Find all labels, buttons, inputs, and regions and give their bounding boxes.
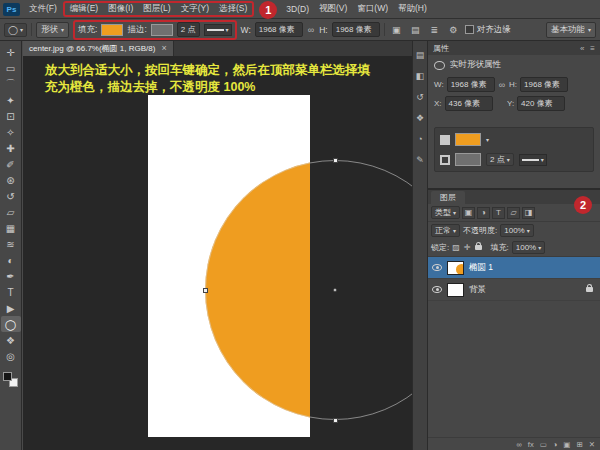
adjustments-panel-icon[interactable]: ◧	[416, 71, 425, 81]
layer-filter-dropdown[interactable]: 类型 ▾	[431, 206, 460, 219]
filter-shape-layers-icon[interactable]: ▱	[507, 207, 520, 219]
swatches-panel-icon[interactable]: ▤	[416, 50, 425, 60]
shape-width-input[interactable]: 1968 像素	[447, 77, 495, 92]
shape-mode-dropdown[interactable]: 形状 ▾	[36, 22, 69, 38]
stroke-width-dropdown[interactable]: 2 点 ▾	[486, 153, 514, 166]
clone-stamp-tool[interactable]: ⊛	[1, 172, 21, 188]
layer-thumbnail[interactable]	[447, 283, 464, 297]
shape-settings-icon[interactable]: ⚙	[446, 22, 461, 37]
path-operations-icon[interactable]: ▣	[389, 22, 404, 37]
path-anchor-top[interactable]	[333, 158, 338, 163]
info-panel-icon[interactable]: ◔	[417, 134, 422, 144]
ellipse-shape-tool[interactable]: ◯	[1, 316, 21, 332]
history-panel-icon[interactable]: ↺	[416, 92, 424, 102]
close-icon[interactable]: ×	[161, 44, 166, 53]
menu-window[interactable]: 窗口(W)	[352, 1, 393, 17]
tab-layers[interactable]: 图层	[431, 191, 465, 204]
link-dimensions-icon[interactable]: ∞	[307, 25, 315, 35]
tab-properties[interactable]: 属性	[433, 43, 449, 54]
collapse-panels-icon[interactable]: «	[580, 44, 584, 53]
link-dimensions-icon[interactable]: ∞	[498, 80, 506, 90]
eye-icon[interactable]	[432, 286, 442, 293]
ellipse-thumbnail-shape	[456, 264, 464, 275]
filter-adjustment-layers-icon[interactable]: ◑	[477, 207, 490, 219]
path-anchor-bottom[interactable]	[333, 418, 338, 423]
move-tool[interactable]: ✛	[1, 44, 21, 60]
delete-layer-icon[interactable]: ✕	[589, 440, 595, 449]
adjustment-layer-icon[interactable]: ◑	[553, 440, 558, 449]
crop-tool[interactable]: ⊡	[1, 108, 21, 124]
brush-tool[interactable]: ✐	[1, 156, 21, 172]
pen-tool[interactable]: ✒	[1, 268, 21, 284]
opacity-dropdown[interactable]: 100% ▾	[500, 224, 533, 237]
shape-height-input[interactable]: 1968 像素	[520, 77, 568, 92]
menu-help[interactable]: 帮助(H)	[393, 1, 432, 17]
marquee-tool[interactable]: ▭	[1, 60, 21, 76]
path-center-point[interactable]	[333, 288, 337, 292]
menu-file[interactable]: 文件(F)	[24, 1, 62, 17]
tool-preset-picker[interactable]: ◯ ▾	[4, 23, 27, 37]
stroke-width-field[interactable]: 2 点	[177, 22, 200, 37]
layer-row-background[interactable]: 背景	[428, 279, 600, 301]
path-arrange-icon[interactable]: ≣	[427, 22, 442, 37]
eye-icon[interactable]	[432, 264, 442, 271]
shape-height-field[interactable]: 1968 像素	[332, 22, 380, 37]
lock-transparency-icon[interactable]: ▨	[452, 243, 460, 252]
menu-edit[interactable]: 编辑(E)	[65, 1, 103, 17]
document-tab[interactable]: center.jpg @ 66.7%(椭圆 1, RGB/8) ×	[23, 41, 174, 56]
path-anchor-left[interactable]	[203, 288, 208, 293]
brush-settings-panel-icon[interactable]: ✎	[416, 155, 424, 165]
dodge-tool[interactable]: ◐	[1, 252, 21, 268]
foreground-color-swatch[interactable]	[3, 372, 12, 381]
blur-tool[interactable]: ≋	[1, 236, 21, 252]
hand-tool[interactable]: ❖	[1, 332, 21, 348]
quick-selection-tool[interactable]: ✦	[1, 92, 21, 108]
link-layers-icon[interactable]: ∞	[516, 440, 521, 449]
eyedropper-tool[interactable]: ✧	[1, 124, 21, 140]
fill-color-swatch[interactable]	[101, 24, 123, 36]
workspace-switcher-button[interactable]: 基本功能 ▾	[546, 22, 596, 38]
live-shape-section: 实时形状属性	[428, 55, 600, 75]
type-tool[interactable]: T	[1, 284, 21, 300]
filter-type-layers-icon[interactable]: T	[492, 207, 505, 219]
stroke-color-swatch[interactable]	[151, 24, 173, 36]
menu-select[interactable]: 选择(S)	[214, 1, 252, 17]
shape-width-field[interactable]: 1968 像素	[255, 22, 303, 37]
menu-3d[interactable]: 3D(D)	[281, 2, 314, 16]
filter-pixel-layers-icon[interactable]: ▣	[462, 207, 475, 219]
new-layer-icon[interactable]: ⊞	[576, 440, 582, 449]
lock-position-icon[interactable]: ✛	[464, 243, 471, 252]
layer-thumbnail[interactable]	[447, 261, 464, 275]
stroke-label: 描边:	[127, 24, 146, 36]
zoom-tool[interactable]: ◎	[1, 348, 21, 364]
lasso-tool[interactable]: ⌒	[1, 76, 21, 92]
shape-stroke-swatch[interactable]	[455, 153, 481, 166]
layer-effects-icon[interactable]: fx	[528, 440, 534, 449]
menu-image[interactable]: 图像(I)	[103, 1, 138, 17]
add-layer-mask-icon[interactable]: ▭	[540, 440, 547, 449]
menu-layer[interactable]: 图层(L)	[138, 1, 175, 17]
stroke-style-dropdown[interactable]: ▾	[204, 24, 232, 36]
fill-opacity-dropdown[interactable]: 100% ▾	[512, 241, 545, 254]
healing-brush-tool[interactable]: ✚	[1, 140, 21, 156]
styles-panel-icon[interactable]: ❖	[416, 113, 424, 123]
shape-y-input[interactable]: 420 像素	[517, 96, 565, 111]
path-selection-tool[interactable]: ▶	[1, 300, 21, 316]
path-alignment-icon[interactable]: ▤	[408, 22, 423, 37]
stroke-style-dropdown[interactable]: ▾	[519, 154, 547, 166]
shape-x-input[interactable]: 436 像素	[445, 96, 493, 111]
panel-menu-icon[interactable]: ≡	[590, 44, 595, 53]
layer-group-icon[interactable]: ▣	[563, 440, 570, 449]
filter-smart-objects-icon[interactable]: ◨	[522, 207, 535, 219]
gradient-tool[interactable]: ▦	[1, 220, 21, 236]
blend-mode-dropdown[interactable]: 正常 ▾	[431, 224, 460, 237]
eraser-tool[interactable]: ▱	[1, 204, 21, 220]
menu-view[interactable]: 视图(V)	[314, 1, 352, 17]
shape-fill-swatch[interactable]	[455, 133, 481, 146]
align-edges-option[interactable]: 对齐边缘	[465, 24, 511, 36]
lock-all-icon[interactable]	[475, 245, 482, 250]
align-edges-checkbox[interactable]	[465, 25, 474, 34]
layer-row-ellipse[interactable]: 椭圆 1	[428, 257, 600, 279]
history-brush-tool[interactable]: ↺	[1, 188, 21, 204]
menu-type[interactable]: 文字(Y)	[176, 1, 214, 17]
